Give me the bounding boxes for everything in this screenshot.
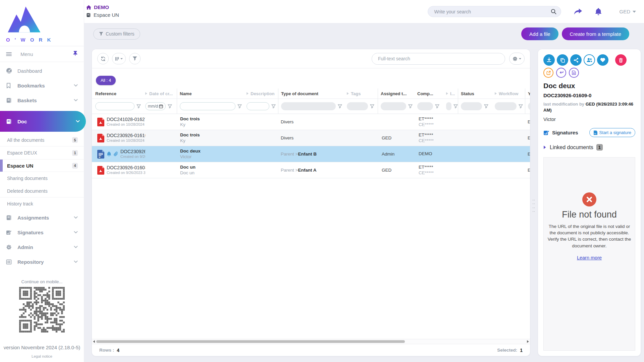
sidebar-item-assignments[interactable]: Assignments [0,210,84,225]
sidebar-item-baskets[interactable]: Baskets [0,93,84,108]
hamburger-icon[interactable] [6,52,12,56]
sidebar-item-signatures[interactable]: Signatures [0,225,84,240]
expand-column-icon[interactable] [446,92,448,95]
create-from-template-button[interactable]: Create from a template [562,27,629,40]
copy-icon [560,58,565,63]
cell-y: E [528,162,530,178]
favorite-button[interactable] [597,54,608,66]
panel-resize-handle[interactable] [533,200,535,212]
cell-date [145,114,179,130]
delete-button[interactable] [615,54,627,66]
column-header-name[interactable]: Name [177,88,247,99]
tab-all[interactable]: All : 4 [96,76,116,85]
download-button[interactable] [543,54,555,66]
sidebar-item-bookmarks[interactable]: Bookmarks [0,78,84,93]
column-header-workflow[interactable]: Workflow [495,88,528,99]
sidebar-subitem[interactable]: Sharing documents [0,172,84,185]
column-header-tags[interactable]: Tags [347,88,380,99]
learn-more-link[interactable]: Learn more [577,255,602,260]
filter-funnel-icon[interactable] [519,104,523,109]
sidebar-item-dashboard[interactable]: Dashboard [0,63,84,78]
trash-icon [619,58,623,63]
filter-funnel-icon[interactable] [271,104,276,109]
start-signature-button[interactable]: Start a signature [589,128,635,137]
table-row[interactable]: DOC230926-01608-0Created on 9/26/2023 3:… [92,162,530,178]
custom-filters-button[interactable]: Custom filters [93,28,140,40]
expand-column-icon[interactable] [495,92,497,95]
notifications-bell-icon[interactable] [595,8,602,15]
column-header-date[interactable]: Date of cr... [145,88,179,99]
sidebar-item-doc[interactable]: Doc [0,111,86,132]
linked-documents-toggle[interactable]: Linked documents 1 [543,144,635,150]
column-header-type[interactable]: Type of document [278,88,347,99]
rows-count: 4 [117,348,119,353]
document-icon [572,70,576,75]
column-filter-company [417,99,446,114]
column-header-status[interactable]: Status [458,88,495,99]
column-header-assigned[interactable]: Assigned t... [378,88,417,99]
sidebar-subitem[interactable]: All the documents5 [0,134,84,146]
filter-funnel-icon[interactable] [137,104,141,109]
column-header-y[interactable]: Y... [525,88,530,99]
filter-funnel-icon[interactable] [435,104,439,109]
legal-notice-link[interactable]: Legal notice [0,354,84,358]
columns-button[interactable] [112,53,126,64]
filter-input-description[interactable] [247,102,269,110]
cell-reference: DOC230926-01608-0Created on 9/26/2023 3:… [95,162,145,178]
column-header-company[interactable]: Comp... [417,88,446,99]
expand-column-icon[interactable] [347,92,349,95]
horizontal-scrollbar[interactable] [92,339,530,344]
table-filter-button[interactable] [129,53,141,64]
filter-funnel-icon[interactable] [338,104,342,109]
users-button[interactable] [584,54,595,66]
preview-document-button[interactable] [569,68,579,78]
refresh-button[interactable] [97,53,109,64]
open-external-button[interactable] [543,68,553,78]
filter-funnel-icon[interactable] [408,104,413,109]
duplicate-button[interactable] [557,54,568,66]
table-row[interactable]: WDOC230926-01609-0Created on 9/26/2023 3… [92,146,530,162]
cell-i [446,162,461,178]
share-button[interactable] [570,54,582,66]
pin-sidebar-icon[interactable] [73,51,78,57]
sidebar-item-admin[interactable]: Admin [0,240,84,254]
sidebar-subitem[interactable]: Deleted documents [0,185,84,197]
sidebar-subitem[interactable]: Espace UN4 [0,159,84,172]
search-icon[interactable] [551,9,556,16]
filter-date-date[interactable]: mm/d [145,102,166,110]
column-header-description[interactable]: Description [247,88,281,99]
sidebar-item-repository[interactable]: Repository [0,254,84,269]
user-menu[interactable]: GED [619,9,636,14]
column-filter-y [525,99,530,114]
filter-funnel-icon[interactable] [453,104,458,109]
sidebar-subitem[interactable]: Espace DEUX1 [0,146,84,159]
workspace-link[interactable]: DEMO [94,4,109,10]
filter-funnel-icon[interactable] [370,104,374,109]
filter-input-name[interactable] [180,102,235,110]
filter-funnel-icon[interactable] [484,104,488,109]
global-search-input[interactable] [428,6,561,17]
filter-funnel-icon[interactable] [168,104,172,109]
last-modification: last modification by GED (9/26/2023 3:09… [543,101,639,113]
filter-funnel-icon[interactable] [237,104,242,109]
filter-disabled-y [528,102,530,110]
return-button[interactable] [556,68,566,78]
column-header-reference[interactable]: Reference [95,88,145,99]
cell-date [145,162,179,178]
expand-column-icon[interactable] [247,92,249,95]
bookmark-icon [6,83,15,88]
add-file-button[interactable]: Add a file [521,27,558,40]
table-row[interactable]: DOC230926-01610-3Created on 10/28/2024 1… [92,130,530,146]
share-forward-icon[interactable] [574,8,582,15]
scroll-left-icon[interactable] [93,340,95,343]
expand-column-icon[interactable] [145,92,147,95]
calendar-icon[interactable] [159,104,163,108]
sidebar-subitem[interactable]: History track [0,197,84,210]
scroll-right-icon[interactable] [527,340,529,343]
subitem-label: All the documents [7,137,44,143]
table-row[interactable]: DOC241028-01627-0Created on 10/28/2024 1… [92,114,530,130]
fulltext-search-input[interactable] [372,53,505,65]
scrollbar-thumb[interactable] [96,340,405,343]
table-settings-button[interactable] [509,53,525,65]
filter-input-reference[interactable] [95,102,135,110]
